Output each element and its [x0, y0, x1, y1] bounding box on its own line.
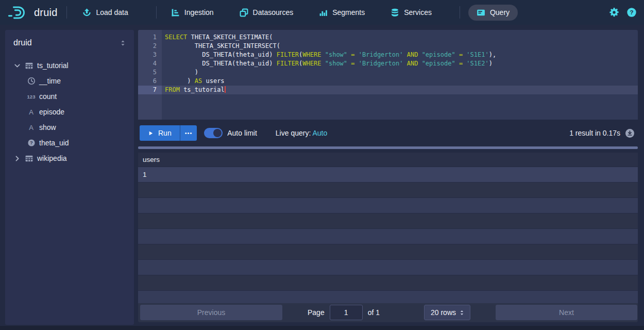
empty-row: [138, 183, 638, 198]
page-controls: Page of 1: [308, 305, 380, 320]
tree-column-label: theta_uid: [39, 139, 69, 147]
sidebar-header: druid: [5, 30, 134, 55]
schema-tree: ts_tutorial__time123countAepisodeAshow?t…: [5, 55, 134, 166]
table-icon: [25, 154, 33, 163]
line-number: 1: [138, 33, 162, 42]
svg-text:?: ?: [630, 9, 633, 15]
code-text: DS_THETA(theta_uid) FILTER(WHERE "show" …: [162, 59, 493, 68]
tree-column-theta-uid[interactable]: ?theta_uid: [5, 135, 134, 151]
help-icon[interactable]: ?: [626, 7, 637, 18]
tree-column--time[interactable]: __time: [5, 73, 134, 89]
code-line-3[interactable]: 3 DS_THETA(theta_uid) FILTER(WHERE "show…: [138, 51, 638, 59]
nav-item-label: Segments: [332, 8, 365, 16]
schema-sidebar: druid ts_tutorial__time123countAepisodeA…: [5, 30, 134, 325]
schema-name: druid: [13, 38, 32, 47]
empty-row: [138, 275, 638, 291]
navbar: druid Load dataIngestionDatasourcesSegme…: [0, 0, 644, 25]
next-page-button[interactable]: Next: [496, 305, 637, 320]
code-line-1[interactable]: 1SELECT THETA_SKETCH_ESTIMATE(: [138, 33, 638, 42]
line-number: 4: [138, 59, 162, 68]
live-query-value[interactable]: Auto: [312, 129, 327, 137]
previous-page-button[interactable]: Previous: [140, 305, 282, 320]
tree-column-label: episode: [39, 108, 64, 116]
page-total-label: of 1: [368, 308, 380, 317]
code-line-2[interactable]: 2 THETA_SKETCH_INTERSECT(: [138, 42, 638, 51]
brand-name: druid: [34, 7, 57, 19]
query-view: 1SELECT THETA_SKETCH_ESTIMATE(2 THETA_SK…: [138, 30, 638, 325]
tree-column-label: __time: [39, 77, 61, 85]
result-row: 1: [138, 167, 638, 183]
line-number: 3: [138, 51, 162, 59]
bar-chart-icon: [319, 8, 328, 17]
empty-row: [138, 291, 638, 303]
database-icon: [391, 8, 399, 17]
code-area: 1SELECT THETA_SKETCH_ESTIMATE(2 THETA_SK…: [138, 33, 638, 94]
page-size-label: 20 rows: [431, 308, 456, 317]
line-number: 7: [138, 86, 162, 94]
empty-row: [138, 198, 638, 213]
code-line-7[interactable]: 7FROM ts_tutorial: [138, 86, 638, 94]
column-header-users[interactable]: users: [138, 156, 160, 163]
play-icon: [148, 130, 154, 136]
result-cell[interactable]: 1: [138, 171, 147, 178]
page-number-input[interactable]: [330, 305, 363, 320]
nav-separator: [66, 6, 67, 19]
run-more-button[interactable]: •••: [180, 125, 197, 141]
nav-items: Load dataIngestionDatasourcesSegmentsSer…: [76, 5, 518, 21]
tree-item-label: ts_tutorial: [37, 61, 69, 70]
unknown-icon: ?: [27, 139, 36, 147]
nav-item-services[interactable]: Services: [384, 5, 438, 21]
text-cursor: [225, 86, 226, 93]
run-button-label: Run: [158, 129, 172, 137]
number-icon: 123: [27, 94, 36, 100]
nav-item-ingestion[interactable]: Ingestion: [165, 5, 220, 21]
line-number: 2: [138, 42, 162, 51]
nav-item-segments[interactable]: Segments: [313, 5, 371, 21]
download-icon[interactable]: [625, 128, 635, 138]
results-header-row: users: [138, 153, 638, 167]
run-button[interactable]: Run: [140, 125, 180, 141]
tree-column-episode[interactable]: Aepisode: [5, 104, 134, 120]
nav-item-query[interactable]: Query: [468, 5, 518, 21]
code-line-5[interactable]: 5 ): [138, 68, 638, 77]
nav-separator: [156, 6, 157, 19]
string-icon: A: [27, 124, 36, 131]
previous-page-label: Previous: [197, 308, 225, 317]
empty-row: [138, 213, 638, 229]
string-icon: A: [27, 108, 36, 116]
tree-item-ts-tutorial[interactable]: ts_tutorial: [5, 58, 134, 73]
tree-column-count[interactable]: 123count: [5, 89, 134, 104]
chevron-right-icon[interactable]: [13, 155, 22, 162]
run-button-group: Run •••: [140, 125, 197, 141]
code-line-4[interactable]: 4 DS_THETA(theta_uid) FILTER(WHERE "show…: [138, 59, 638, 68]
nav-item-load-data[interactable]: Load data: [76, 5, 134, 21]
tree-item-label: wikipedia: [37, 154, 67, 162]
pane-resize-handle[interactable]: [138, 146, 638, 149]
code-line-6[interactable]: 6 ) AS users: [138, 77, 638, 86]
chevron-down-icon[interactable]: [13, 62, 22, 70]
page-size-select[interactable]: 20 rows: [424, 305, 470, 320]
nav-item-datasources[interactable]: Datasources: [233, 5, 300, 21]
gear-icon[interactable]: [609, 7, 619, 18]
auto-limit-label[interactable]: Auto limit: [227, 129, 257, 137]
pagination-bar: Previous Page of 1 20 rows Next: [138, 303, 638, 322]
gantt-chart-icon: [171, 8, 180, 17]
tree-item-wikipedia[interactable]: wikipedia: [5, 151, 134, 166]
auto-limit-toggle[interactable]: [204, 128, 223, 138]
code-text: DS_THETA(theta_uid) FILTER(WHERE "show" …: [162, 51, 496, 59]
sort-icon[interactable]: [119, 39, 127, 47]
tree-column-show[interactable]: Ashow: [5, 120, 134, 135]
sql-editor[interactable]: 1SELECT THETA_SKETCH_ESTIMATE(2 THETA_SK…: [138, 30, 638, 120]
line-number: 5: [138, 68, 162, 77]
tree-column-label: count: [39, 92, 57, 101]
line-number: 6: [138, 77, 162, 86]
druid-logo-icon: [7, 6, 30, 20]
nav-item-label: Datasources: [253, 8, 294, 16]
empty-row: [138, 229, 638, 244]
svg-text:?: ?: [30, 140, 33, 145]
nav-item-label: Ingestion: [184, 8, 214, 16]
code-text: ): [162, 68, 198, 77]
caret-double-icon: [459, 309, 465, 316]
page-label: Page: [308, 308, 325, 317]
druid-logo[interactable]: druid: [7, 6, 57, 20]
